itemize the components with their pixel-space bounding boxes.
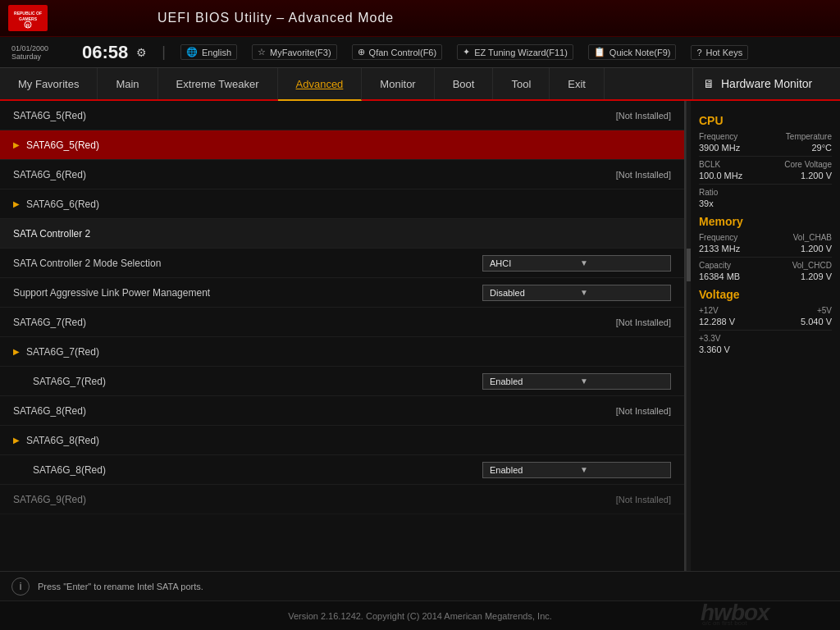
fan-icon: ⊕: [358, 47, 365, 57]
footer-logo: hwbox o/c on first boot: [701, 599, 832, 628]
hardware-monitor-panel: CPU Frequency Temperature 3900 MHz 29°C …: [691, 101, 840, 571]
hotkeys-button[interactable]: ? Hot Keys: [691, 45, 748, 60]
v33-value: 3.360 V: [699, 345, 730, 354]
table-row[interactable]: SATA6G_6(Red) [Not Installed]: [0, 160, 684, 189]
svg-text:R: R: [26, 23, 30, 28]
v12-label: +12V: [699, 306, 719, 315]
nav-my-favorites[interactable]: My Favorites: [0, 68, 98, 99]
voltage-section-title: Voltage: [699, 288, 832, 301]
table-row[interactable]: SATA6G_7(Red) Enabled ▼: [0, 367, 684, 396]
monitor-icon: 🖥: [703, 77, 714, 90]
row-label: SATA6G_8(Red): [33, 464, 482, 476]
datetime: 01/01/2000 Saturday: [11, 44, 77, 61]
cpu-frequency-row: Frequency Temperature: [699, 132, 832, 141]
row-label: SATA6G_6(Red): [26, 199, 671, 210]
row-label: SATA6G_5(Red): [26, 139, 671, 151]
table-row[interactable]: Support Aggressive Link Power Management…: [0, 278, 684, 308]
settings-icon[interactable]: ⚙: [136, 46, 147, 59]
question-icon: ?: [696, 48, 701, 57]
sata-ctrl2-mode-dropdown[interactable]: AHCI ▼: [482, 255, 671, 272]
mem-volchab-label: Vol_CHAB: [793, 233, 832, 242]
table-row[interactable]: ▶ SATA6G_6(Red): [0, 189, 684, 219]
footer-text: Version 2.16.1242. Copyright (C) 2014 Am…: [288, 611, 552, 621]
v33-label: +3.3V: [699, 334, 720, 343]
nav-exit[interactable]: Exit: [550, 68, 605, 99]
mem-capacity-value-row: 16384 MB 1.209 V: [699, 272, 832, 281]
chevron-down-icon: ▼: [580, 377, 664, 386]
memory-section-title: Memory: [699, 215, 832, 228]
table-row[interactable]: SATA6G_9(Red) [Not Installed]: [0, 485, 684, 514]
cpu-frequency-label: Frequency: [699, 132, 737, 141]
row-label: SATA6G_6(Red): [13, 169, 616, 180]
row-label: Support Aggressive Link Power Management: [13, 287, 482, 299]
mem-frequency-row: Frequency Vol_CHAB: [699, 233, 832, 242]
qfan-button[interactable]: ⊕ Qfan Control(F6): [352, 44, 443, 60]
table-row[interactable]: SATA6G_7(Red) [Not Installed]: [0, 308, 684, 337]
time-display: 06:58: [82, 42, 128, 63]
status-bar: 01/01/2000 Saturday 06:58 ⚙ | 🌐 English …: [0, 37, 840, 68]
mem-volchcd-label: Vol_CHCD: [792, 261, 832, 270]
row-label: SATA6G_8(Red): [26, 435, 671, 446]
agressive-lpm-dropdown[interactable]: Disabled ▼: [482, 285, 671, 301]
star-icon: ☆: [258, 47, 266, 57]
logo-area: REPUBLIC OF GAMERS R: [8, 5, 148, 31]
sata6g7-dropdown[interactable]: Enabled ▼: [482, 373, 671, 390]
row-label: SATA6G_7(Red): [26, 346, 671, 358]
cpu-temperature-label: Temperature: [786, 132, 832, 141]
eztuning-button[interactable]: ✦ EZ Tuning Wizard(F11): [457, 44, 573, 60]
nav-menu: My Favorites Main Extreme Tweaker Advanc…: [0, 68, 840, 101]
nav-extreme-tweaker[interactable]: Extreme Tweaker: [158, 68, 278, 99]
mem-capacity-value: 16384 MB: [699, 272, 740, 281]
note-icon: 📋: [594, 47, 605, 57]
row-value: [Not Installed]: [616, 495, 671, 504]
footer: Version 2.16.1242. Copyright (C) 2014 Am…: [0, 600, 840, 630]
cpu-temperature-value: 29°C: [811, 143, 832, 153]
chevron-down-icon: ▼: [580, 465, 664, 474]
mem-volchcd-value: 1.209 V: [801, 272, 832, 281]
mem-frequency-label: Frequency: [699, 233, 737, 242]
cpu-ratio-label: Ratio: [699, 188, 718, 197]
hardware-monitor-header: 🖥 Hardware Monitor: [692, 68, 840, 99]
nav-boot[interactable]: Boot: [435, 68, 494, 99]
row-label: SATA Controller 2 Mode Selection: [13, 258, 482, 269]
myfavorite-button[interactable]: ☆ MyFavorite(F3): [252, 44, 337, 60]
table-row[interactable]: ▶ SATA6G_5(Red): [0, 130, 684, 160]
cpu-ratio-value-row: 39x: [699, 199, 832, 208]
table-row[interactable]: SATA6G_8(Red) [Not Installed]: [0, 396, 684, 426]
cpu-bclk-label: BCLK: [699, 160, 720, 169]
row-label: SATA6G_7(Red): [13, 317, 616, 328]
info-text: Press "Enter" to rename Intel SATA ports…: [38, 582, 203, 591]
svg-text:GAMERS: GAMERS: [19, 16, 38, 21]
expand-arrow-icon: ▶: [13, 140, 20, 149]
cpu-frequency-value: 3900 MHz: [699, 143, 740, 153]
mem-capacity-row: Capacity Vol_CHCD: [699, 261, 832, 270]
mem-volchab-value: 1.200 V: [801, 244, 832, 253]
quicknote-button[interactable]: 📋 Quick Note(F9): [588, 44, 677, 60]
svg-text:o/c on first boot: o/c on first boot: [702, 619, 747, 625]
nav-main[interactable]: Main: [98, 68, 158, 99]
nav-monitor[interactable]: Monitor: [362, 68, 434, 99]
row-label: SATA6G_5(Red): [13, 110, 616, 121]
table-row[interactable]: SATA Controller 2 Mode Selection AHCI ▼: [0, 249, 684, 278]
nav-tool[interactable]: Tool: [493, 68, 550, 99]
mem-frequency-value-row: 2133 MHz 1.200 V: [699, 244, 832, 253]
table-row[interactable]: ▶ SATA6G_7(Red): [0, 337, 684, 367]
table-row[interactable]: SATA6G_5(Red) [Not Installed]: [0, 101, 684, 130]
row-label: SATA Controller 2: [13, 228, 671, 240]
expand-arrow-icon: ▶: [13, 199, 20, 208]
table-row[interactable]: ▶ SATA6G_8(Red): [0, 426, 684, 455]
cpu-corevoltage-value: 1.200 V: [801, 171, 832, 180]
app-title: UEFI BIOS Utility – Advanced Mode: [158, 11, 394, 25]
voltage-33-value-row: 3.360 V: [699, 345, 832, 354]
info-bar: i Press "Enter" to rename Intel SATA por…: [0, 571, 840, 600]
row-value: [Not Installed]: [616, 170, 671, 180]
table-row[interactable]: SATA6G_8(Red) Enabled ▼: [0, 455, 684, 485]
chevron-down-icon: ▼: [580, 288, 664, 297]
table-row: SATA Controller 2: [0, 219, 684, 249]
globe-icon: 🌐: [186, 47, 198, 57]
sata6g8-dropdown[interactable]: Enabled ▼: [482, 462, 671, 478]
nav-advanced[interactable]: Advanced: [278, 68, 363, 101]
row-value: [Not Installed]: [616, 111, 671, 121]
language-selector[interactable]: 🌐 English: [180, 44, 237, 60]
v5-label: +5V: [817, 306, 832, 315]
